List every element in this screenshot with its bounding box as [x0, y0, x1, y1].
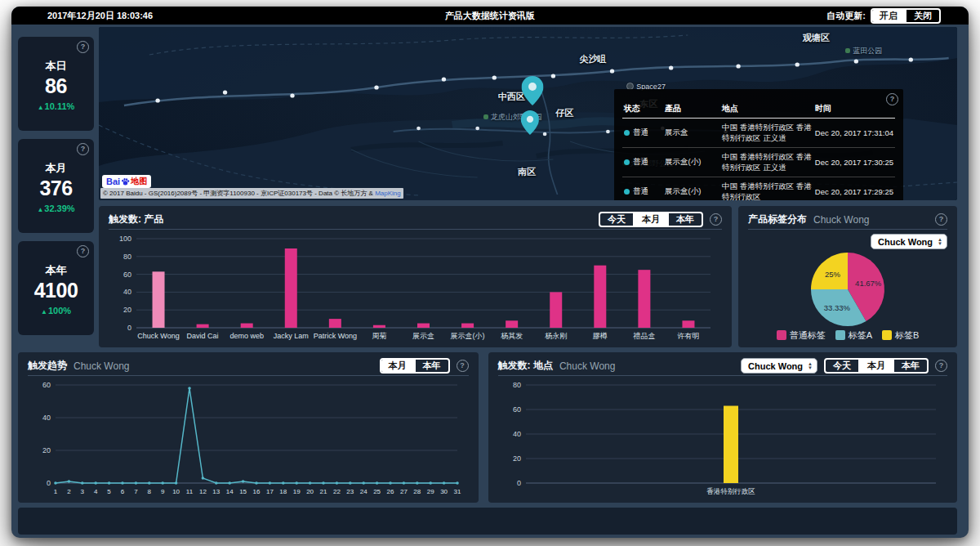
map-attribution: © 2017 Baidu - GS(2016)2089号 - 甲测资字11009…	[100, 188, 403, 199]
legend-item: 标签A	[835, 329, 872, 342]
svg-text:3: 3	[81, 488, 85, 495]
help-icon[interactable]	[935, 360, 947, 372]
user-dropdown[interactable]: Chuck Wong ▲▼	[741, 358, 817, 374]
panel-title: 触发数: 产品	[109, 213, 163, 226]
tab-item[interactable]: 本月	[858, 360, 893, 372]
stat-card-today: 本日 86 10.11%	[18, 37, 94, 131]
svg-text:7: 7	[134, 488, 138, 495]
svg-text:20: 20	[42, 446, 51, 454]
svg-text:20: 20	[306, 488, 314, 495]
dashboard-content: 本日 86 10.11% 本月 376 32.39% 本年 4100 100%	[11, 25, 969, 538]
legend-swatch-icon	[835, 330, 845, 340]
svg-text:29: 29	[427, 488, 434, 495]
footer-bar	[18, 508, 957, 535]
panel-title: 产品标签分布	[748, 213, 807, 226]
svg-text:80: 80	[123, 253, 131, 261]
stat-value: 4100	[18, 279, 94, 302]
tab-item[interactable]: 关闭	[905, 10, 939, 22]
svg-text:2: 2	[67, 488, 71, 495]
legend-label: 标签B	[895, 329, 919, 342]
auto-update-label: 自动更新:	[826, 10, 866, 22]
map-pin[interactable]	[521, 76, 543, 109]
mapking-link[interactable]: MapKing	[375, 190, 401, 197]
status-dot-icon	[624, 130, 630, 136]
app-window: 2017年12月20日 18:03:46 产品大数据统计资讯版 自动更新: 开启…	[11, 7, 969, 538]
tab-item[interactable]: 本月	[633, 213, 667, 226]
svg-text:11: 11	[186, 488, 194, 495]
svg-text:demo web: demo web	[229, 332, 264, 340]
help-icon[interactable]	[935, 213, 947, 226]
help-icon[interactable]	[77, 245, 89, 257]
help-icon[interactable]	[886, 93, 898, 105]
svg-text:31: 31	[454, 488, 461, 495]
auto-update-control: 自动更新: 开启关闭	[826, 8, 941, 24]
svg-text:25: 25	[373, 488, 381, 495]
baidu-logo[interactable]: Bai 地图	[102, 175, 151, 188]
charts-row: 触发数: 产品 今天本月本年 020406080100Chuck WongDav…	[99, 206, 957, 347]
svg-text:0: 0	[517, 479, 521, 487]
stat-card-month: 本月 376 32.39%	[18, 139, 94, 233]
tab-item[interactable]: 本年	[414, 360, 448, 372]
tab-item[interactable]: 本年	[667, 213, 702, 226]
product-bar-chart: 020406080100Chuck WongDavid Caidemo webJ…	[109, 232, 722, 342]
baidu-map[interactable]: 观塘区蓝田公园尖沙咀Space27中西区东区仔区龙虎山郊野公园大潭郊野公园南区 …	[99, 27, 957, 200]
svg-text:33.33%: 33.33%	[824, 303, 851, 312]
svg-text:22: 22	[333, 488, 341, 495]
stat-value: 86	[18, 74, 94, 98]
table-cell: 中国 香港特别行政区 香港特别行政区 正义道	[720, 119, 813, 148]
svg-text:20: 20	[123, 306, 131, 314]
svg-text:Chuck Wong: Chuck Wong	[137, 332, 179, 340]
tag-distribution-panel: 产品标签分布 Chuck Wong Chuck Wong ▲▼	[738, 206, 957, 347]
auto-update-toggle: 开启关闭	[871, 8, 941, 24]
trigger-trend-panel: 触发趋势 Chuck Wong 本月本年 0204060123456789101…	[18, 352, 479, 503]
table-cell: 展示盒(小)	[663, 177, 720, 201]
tab-item[interactable]: 今天	[826, 360, 858, 372]
svg-text:30: 30	[440, 488, 448, 495]
svg-text:17: 17	[266, 488, 274, 495]
table-header: 產品	[663, 101, 720, 119]
table-row: 普通展示盒(小)中国 香港特别行政区 香港特别行政区Dec 20, 2017 1…	[622, 177, 895, 201]
trend-line-chart: 0204060123456789101112131415161718192021…	[28, 378, 469, 498]
table-cell: 普通	[622, 177, 663, 201]
main-column: 观塘区蓝田公园尖沙咀Space27中西区东区仔区龙虎山郊野公园大潭郊野公园南区 …	[99, 27, 957, 347]
svg-text:杨永刚: 杨永刚	[545, 332, 567, 340]
svg-text:1: 1	[54, 488, 58, 495]
svg-text:24: 24	[360, 488, 368, 495]
top-section: 本日 86 10.11% 本月 376 32.39% 本年 4100 100%	[18, 27, 957, 347]
svg-text:5: 5	[107, 488, 111, 495]
help-icon[interactable]	[457, 360, 469, 372]
map-pin[interactable]	[520, 110, 539, 138]
help-icon[interactable]	[77, 41, 89, 53]
tab-item[interactable]: 今天	[600, 213, 633, 226]
help-icon[interactable]	[77, 143, 89, 155]
stat-value: 376	[18, 177, 94, 200]
tab-item[interactable]: 开启	[872, 10, 905, 22]
location-triggers-panel: 触发数: 地点 Chuck Wong Chuck Wong ▲▼ 今天本月本年 …	[488, 352, 957, 503]
svg-text:25%: 25%	[825, 270, 841, 279]
attribution-text: © 2017 Baidu - GS(2016)2089号 - 甲测资字11009…	[103, 190, 375, 197]
svg-text:0: 0	[127, 324, 131, 332]
table-cell: 中国 香港特别行政区 香港特别行政区 正义道	[720, 148, 813, 177]
dropdown-arrows-icon: ▲▼	[938, 238, 942, 246]
panel-header: 产品标签分布 Chuck Wong	[748, 210, 947, 230]
svg-text:0: 0	[47, 479, 51, 487]
table-header: 地点	[720, 101, 813, 119]
titlebar-datetime: 2017年12月20日 18:03:46	[47, 10, 153, 22]
help-icon[interactable]	[710, 213, 722, 226]
map-events-overlay: 状态產品地点时间 普通展示盒中国 香港特别行政区 香港特别行政区 正义道Dec …	[614, 89, 903, 200]
bottom-row: 触发趋势 Chuck Wong 本月本年 0204060123456789101…	[18, 352, 957, 503]
panel-header: 触发趋势 Chuck Wong 本月本年	[28, 356, 469, 376]
tag-pie-chart: 41.67%33.33%25%	[748, 251, 947, 328]
baidu-logo-du: 地图	[131, 176, 147, 187]
svg-text:26: 26	[387, 488, 394, 495]
panel-subtitle: Chuck Wong	[74, 360, 129, 372]
user-dropdown[interactable]: Chuck Wong ▲▼	[871, 234, 947, 249]
status-dot-icon	[624, 189, 630, 195]
page-title: 产品大数据统计资讯版	[153, 10, 826, 22]
period-tabs: 本月本年	[380, 358, 450, 374]
svg-text:40: 40	[123, 288, 131, 296]
legend-label: 普通标签	[790, 329, 826, 342]
tab-item[interactable]: 本年	[893, 360, 927, 372]
tab-item[interactable]: 本月	[381, 360, 414, 372]
svg-text:15: 15	[239, 488, 247, 495]
